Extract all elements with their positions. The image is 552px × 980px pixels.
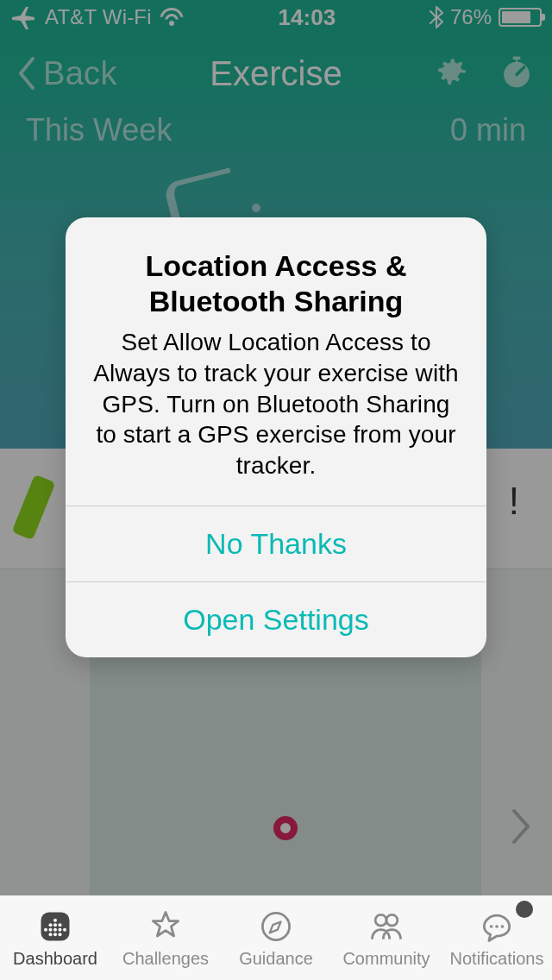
svg-point-7 [58,923,61,927]
tab-label: Challenges [122,949,209,969]
svg-point-18 [386,914,398,926]
svg-point-21 [501,925,505,928]
alert-title: Location Access & Bluetooth Sharing [91,248,461,320]
tab-challenges[interactable]: Challenges [110,895,221,980]
tab-dashboard[interactable]: Dashboard [0,895,110,980]
svg-point-12 [63,927,66,931]
alert-message: Set Allow Location Access to Always to t… [91,327,461,481]
svg-point-9 [48,927,52,931]
tab-label: Notifications [450,949,544,969]
svg-point-6 [53,923,57,927]
svg-point-16 [262,913,289,939]
svg-point-10 [53,927,57,931]
tab-label: Community [342,949,430,969]
svg-point-11 [58,927,61,931]
tab-label: Guidance [239,949,313,969]
open-settings-button[interactable]: Open Settings [66,581,486,657]
notification-badge [516,901,533,918]
svg-point-17 [375,914,386,926]
tab-notifications[interactable]: Notifications [442,895,552,980]
svg-point-14 [53,933,57,936]
svg-point-13 [48,933,52,936]
tab-guidance[interactable]: Guidance [221,895,331,980]
no-thanks-button[interactable]: No Thanks [66,506,486,581]
svg-point-8 [44,927,47,931]
svg-point-5 [48,923,52,927]
tab-label: Dashboard [13,949,97,969]
svg-point-20 [495,925,499,928]
svg-point-15 [58,933,61,936]
tab-bar: Dashboard Challenges Guidance Community … [0,895,552,980]
alert-dialog: Location Access & Bluetooth Sharing Set … [66,217,486,657]
svg-point-4 [53,918,57,921]
svg-point-19 [490,925,493,928]
tab-community[interactable]: Community [331,895,442,980]
